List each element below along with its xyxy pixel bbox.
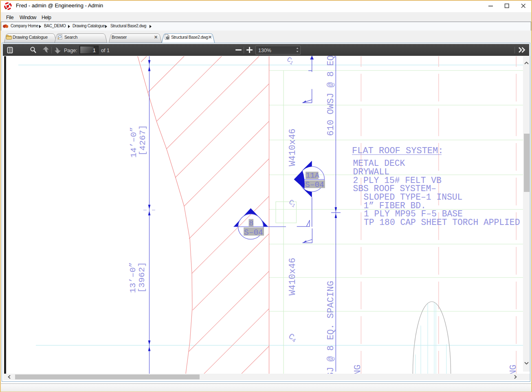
svg-text:610 OWSJ @ 8 EQ. SPACING: 610 OWSJ @ 8 EQ. SPACING xyxy=(353,365,363,374)
svg-text:TP 180 CAP SHEET TORCH APPLIED: TP 180 CAP SHEET TORCH APPLIED xyxy=(364,218,520,227)
svg-text:W410x46: W410x46 xyxy=(288,258,298,295)
svg-text:C1: C1 xyxy=(287,198,297,209)
svg-text:11A: 11A xyxy=(306,172,320,180)
svg-text:610 OWSJ @ 8 EQ. SPACING: 610 OWSJ @ 8 EQ. SPACING xyxy=(326,56,336,136)
svg-text:W410x46: W410x46 xyxy=(288,129,298,166)
svg-text:Page:: Page: xyxy=(64,48,77,53)
svg-text:610 OWSJ @ 8 EQ. SPACING: 610 OWSJ @ 8 EQ. SPACING xyxy=(326,281,336,374)
svg-text:[3962]: [3962] xyxy=(137,262,147,293)
svg-text:14’–0”: 14’–0” xyxy=(129,127,138,158)
svg-text:130%: 130% xyxy=(258,48,271,53)
svg-text:of 1: of 1 xyxy=(101,48,110,53)
svg-text:C1: C1 xyxy=(285,56,295,66)
svg-text:[4267]: [4267] xyxy=(138,125,147,156)
svg-text:1: 1 xyxy=(93,48,96,53)
svg-text:S–04: S–04 xyxy=(305,181,324,189)
svg-text:8: 8 xyxy=(249,219,253,228)
svg-text:?: ? xyxy=(167,36,168,40)
svg-text:C4: C4 xyxy=(287,332,299,344)
svg-text:13’–0”: 13’–0” xyxy=(128,262,138,293)
svg-text:610 OWSJ @ 8 EQ. SPACING: 610 OWSJ @ 8 EQ. SPACING xyxy=(508,365,519,374)
svg-text:S–04: S–04 xyxy=(244,228,263,237)
